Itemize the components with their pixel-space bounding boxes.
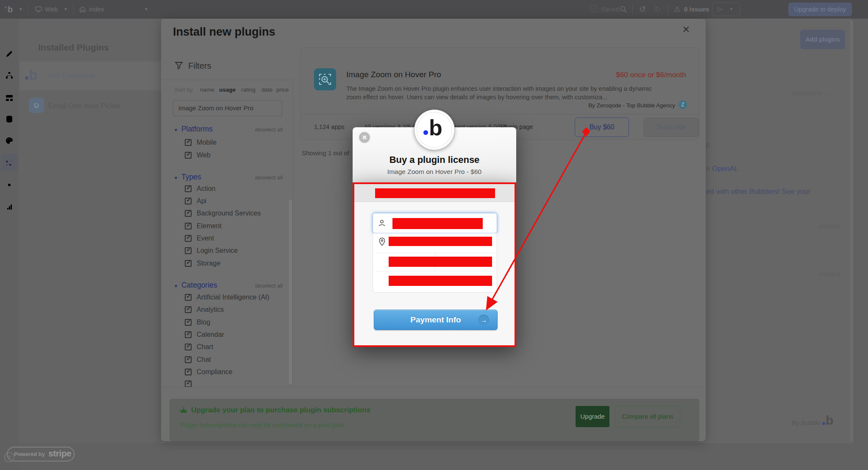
stripe-checkout-modal: × Buy a plugin license Image Zoom on Hov… [353,127,516,347]
collapse-arrow-icon: ▼ [174,128,178,132]
checkbox-checked-icon[interactable] [185,152,192,159]
expand-link: expand [819,270,840,277]
payment-info-button[interactable]: Payment Info → [374,310,498,330]
search-icon[interactable] [620,6,627,13]
checkbox-checked-icon[interactable] [185,139,192,146]
filter-checkbox-chat[interactable]: Chat [185,356,211,364]
page-selector[interactable]: index [89,0,104,19]
page-scrollbar[interactable] [850,20,853,441]
filter-checkbox-action[interactable]: Action [185,185,215,193]
powered-by-label: Powered by [14,451,45,457]
design-pencil-icon[interactable] [5,49,14,59]
close-icon[interactable]: × [682,22,690,36]
filter-checkbox-api[interactable]: Api [185,197,206,205]
filter-section-categories[interactable]: ▼Categories [174,281,217,290]
chevron-down-icon[interactable]: ▼ [144,0,148,19]
redacted-zip-value[interactable] [389,276,492,286]
deselect-all-link[interactable]: deselect all [255,126,283,133]
plugin-title[interactable]: Image Zoom on Hover Pro [346,70,441,79]
responsive-layout-icon[interactable] [5,93,14,103]
chevron-down-icon[interactable]: ▼ [19,0,23,19]
checkbox-checked-icon[interactable] [185,260,192,267]
checkbox-checked-icon[interactable] [185,294,192,301]
plugin-search-input[interactable]: Image Zoom on Hover Pro [173,100,282,116]
checkbox-checked-icon[interactable] [185,235,192,242]
filter-section-platforms[interactable]: ▼Platforms [174,125,213,134]
redacted-address-value[interactable] [389,237,492,246]
checkout-close-icon[interactable]: × [359,131,370,143]
plugin-description: The Image Zoom on Hover Pro plugin enhan… [346,84,652,101]
buy-button[interactable]: Buy $60 [575,118,629,137]
filter-checkbox-storage[interactable]: Storage [185,260,220,267]
filter-checkbox-element[interactable]: Element [185,222,222,230]
sort-option-usage[interactable]: usage [219,87,236,93]
styles-palette-icon[interactable] [5,136,14,145]
plugin-name: Emoji One Area Picker [48,102,121,110]
preview-button[interactable]: ▷ ▼ [712,3,740,16]
issues-counter[interactable]: 0 issues [684,0,709,19]
checkbox-checked-icon[interactable] [185,306,192,313]
emoji-plugin-icon: ☺ [29,98,44,113]
collapse-arrow-icon: ▼ [174,284,178,288]
filters-scrollbar[interactable] [289,199,292,384]
filter-funnel-icon [175,61,183,70]
filter-checkbox-web[interactable]: Web [185,151,211,159]
checkbox-checked-icon[interactable] [185,223,192,229]
checkout-form-area: Payment Info → [353,182,516,347]
env-selector[interactable]: Web [45,0,58,19]
settings-gear-icon[interactable] [5,180,14,190]
sort-option-date[interactable]: date [262,87,273,93]
subscribe-button[interactable]: Subscribe [644,118,699,137]
filter-checkbox-calendar[interactable]: Calendar [185,331,224,339]
checkbox-checked-icon[interactable] [185,319,192,326]
sort-option-price[interactable]: price [276,87,289,93]
bubble-logo[interactable]: b [8,5,13,14]
sort-option-name[interactable]: name [200,87,214,93]
redacted-city-value[interactable] [389,257,492,267]
name-input[interactable] [373,213,497,233]
banner-subtitle: Plugin subscriptions can only be purchas… [180,421,346,428]
undo-icon[interactable]: ↺ [639,0,646,19]
filter-checkbox-chart[interactable]: Chart [185,343,213,351]
upgrade-button[interactable]: Upgrade [576,406,609,427]
checkbox-checked-icon[interactable] [185,369,192,375]
compare-all-plans-button[interactable]: Compare all plans [615,406,680,427]
filter-checkbox-partial [185,380,287,387]
logs-chart-icon[interactable] [5,202,14,211]
checkbox-checked-icon[interactable] [185,210,192,217]
plugins-plug-icon[interactable] [5,158,14,167]
plugin-author[interactable]: By Zeroqode - Top Bubble Agency [588,102,675,109]
checkbox-checked-icon[interactable] [185,247,192,254]
checkbox-checked-icon[interactable] [185,198,192,204]
apps-count: 1,124 apps [314,123,345,130]
workflow-tree-icon[interactable] [5,71,14,80]
database-icon[interactable] [5,115,14,124]
deselect-all-link[interactable]: deselect all [255,283,283,289]
filter-checkbox-analytics[interactable]: Analytics [185,306,224,313]
upgrade-banner: Upgrade your plan to purchase plugin sub… [170,399,699,441]
chevron-down-icon[interactable]: ▼ [64,0,68,19]
checkbox-checked-icon[interactable] [185,185,192,192]
checkbox-checked-icon[interactable] [185,331,192,338]
filter-checkbox-background-services[interactable]: Background Services [185,210,261,217]
filter-checkbox-mobile[interactable]: Mobile [185,139,217,146]
installed-plugin-emoji-picker[interactable]: ☺ Emoji One Area Picker [19,92,161,120]
filter-checkbox-login-service[interactable]: Login Service [185,247,238,255]
powered-by-stripe-badge[interactable]: Powered by stripe [7,447,75,462]
checkbox-checked-icon[interactable] [185,356,192,363]
person-icon [378,219,386,227]
installed-plugin-api-connector[interactable]: b API Connector [19,62,161,90]
filter-checkbox-blog[interactable]: Blog [185,319,210,326]
redo-icon[interactable]: ↻ [654,0,661,19]
deselect-all-link[interactable]: deselect all [255,174,283,181]
divider [161,80,292,80]
filter-checkbox-compliance[interactable]: Compliance [185,368,232,376]
checkbox-checked-icon[interactable] [185,344,192,350]
filter-checkbox-ai[interactable]: Artificial Intelligence (AI) [185,294,270,301]
text-fragment-bubblers: ed with other Bubblers! See your [706,187,811,196]
play-icon: ▷ [718,6,722,12]
filter-section-types[interactable]: ▼Types [174,173,201,182]
filter-checkbox-event[interactable]: Event [185,235,214,242]
sort-option-rating[interactable]: rating [241,87,256,93]
upgrade-to-deploy-button[interactable]: Upgrade to deploy [788,3,852,16]
